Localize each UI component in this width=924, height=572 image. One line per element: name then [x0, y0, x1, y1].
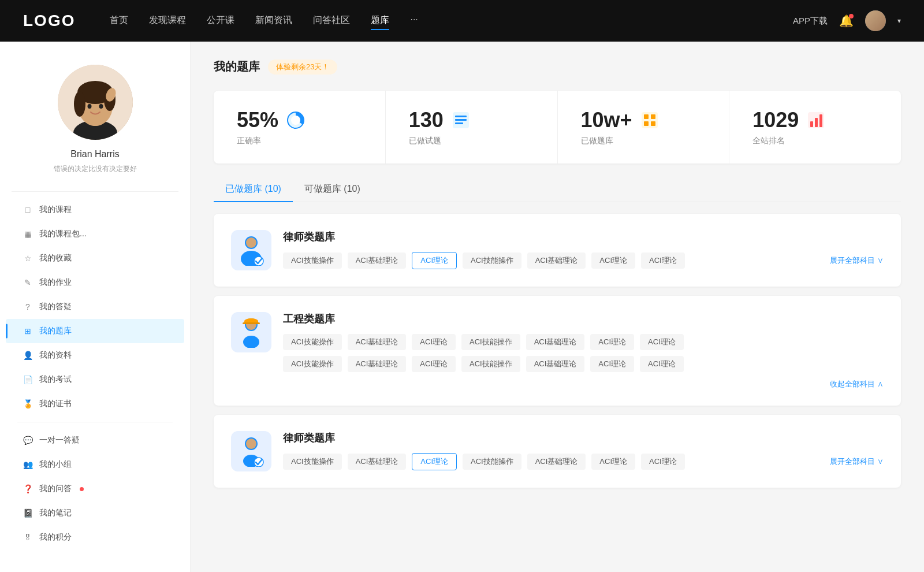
- sidebar-item-notes[interactable]: 📓 我的笔记: [6, 501, 184, 525]
- sidebar-item-homework[interactable]: ✎ 我的作业: [6, 270, 184, 295]
- sidebar-item-course[interactable]: □ 我的课程: [6, 198, 184, 222]
- tab-done-banks[interactable]: 已做题库 (10): [214, 177, 293, 202]
- bank-name-engineer: 工程类题库: [283, 312, 884, 326]
- nav-discover[interactable]: 发现课程: [149, 12, 186, 30]
- sidebar-item-course-package[interactable]: ▦ 我的课程包...: [6, 222, 184, 246]
- nav-qa[interactable]: 问答社区: [313, 12, 350, 30]
- bar-chart-rank-icon: [806, 110, 826, 131]
- sidebar-item-quiz-bank[interactable]: ⊞ 我的题库: [6, 319, 184, 343]
- sidebar-item-one-on-one-label: 一对一答疑: [39, 435, 80, 445]
- avatar[interactable]: [865, 10, 886, 31]
- group-icon: 👥: [23, 460, 32, 469]
- svg-point-37: [246, 439, 256, 449]
- sidebar-item-notes-label: 我的笔记: [39, 508, 72, 518]
- sidebar-item-exam[interactable]: 📄 我的考试: [6, 367, 184, 392]
- svg-rect-13: [455, 116, 467, 117]
- tag-eng2-theory-3[interactable]: ACI理论: [640, 356, 684, 372]
- tag-law2-skill-1[interactable]: ACI技能操作: [283, 454, 342, 470]
- stat-done-banks-value: 10w+: [581, 108, 632, 132]
- tag-law2-basic-1[interactable]: ACI基础理论: [348, 454, 407, 470]
- grid-icon: [639, 110, 660, 131]
- sidebar-item-profile[interactable]: 👤 我的资料: [6, 343, 184, 367]
- collapse-link-engineer[interactable]: 收起全部科目 ∧: [283, 379, 884, 389]
- tag-eng2-basic-1[interactable]: ACI基础理论: [348, 356, 407, 372]
- tag-eng-theory-3[interactable]: ACI理论: [640, 334, 684, 350]
- svg-rect-15: [455, 122, 463, 124]
- tag-aci-theory-3[interactable]: ACI理论: [641, 252, 685, 269]
- stat-accuracy-value-row: 55%: [237, 108, 362, 132]
- nav-home[interactable]: 首页: [110, 12, 128, 30]
- engineer-svg: [237, 317, 266, 348]
- sidebar-item-my-qa-label: 我的问答: [39, 484, 72, 494]
- sidebar-item-points[interactable]: 🎖 我的积分: [6, 525, 184, 549]
- expand-link-lawyer-2[interactable]: 展开全部科目 ∨: [830, 456, 884, 467]
- tag-aci-skill-2[interactable]: ACI技能操作: [463, 252, 521, 269]
- tag-eng2-skill-2[interactable]: ACI技能操作: [461, 356, 520, 372]
- lawyer-icon-2: [231, 431, 271, 471]
- svg-point-11: [291, 116, 300, 125]
- sidebar-item-points-label: 我的积分: [39, 532, 72, 543]
- tag-eng-skill-2[interactable]: ACI技能操作: [461, 334, 520, 350]
- question-icon: ❓: [23, 484, 32, 493]
- sidebar-item-certificate-label: 我的证书: [39, 399, 72, 409]
- tag-row-lawyer-2: ACI技能操作 ACI基础理论 ACI理论 ACI技能操作 ACI基础理论 AC…: [283, 453, 884, 470]
- sidebar-item-profile-label: 我的资料: [39, 350, 72, 361]
- sidebar-item-quiz-bank-label: 我的题库: [39, 326, 72, 336]
- sidebar-item-certificate[interactable]: 🏅 我的证书: [6, 392, 184, 416]
- tag-aci-skill-1[interactable]: ACI技能操作: [283, 252, 342, 269]
- sidebar-item-qa[interactable]: ? 我的答疑: [6, 295, 184, 319]
- tag-eng-skill-1[interactable]: ACI技能操作: [283, 334, 342, 350]
- svg-rect-34: [243, 322, 260, 324]
- svg-point-8: [99, 104, 103, 109]
- notification-bell[interactable]: 🔔: [839, 14, 854, 28]
- svg-point-35: [243, 336, 259, 348]
- sidebar-item-my-qa[interactable]: ❓ 我的问答: [6, 477, 184, 501]
- tag-law2-theory-active[interactable]: ACI理论: [412, 453, 457, 470]
- tag-eng-basic-1[interactable]: ACI基础理论: [348, 334, 407, 350]
- lawyer-svg-2: [237, 436, 266, 467]
- tag-aci-basic-1[interactable]: ACI基础理论: [348, 252, 407, 269]
- tag-eng2-basic-2[interactable]: ACI基础理论: [526, 356, 585, 372]
- svg-rect-23: [815, 118, 818, 127]
- tag-law2-skill-2[interactable]: ACI技能操作: [463, 454, 521, 470]
- sidebar-item-favorites[interactable]: ☆ 我的收藏: [6, 246, 184, 270]
- sidebar-item-one-on-one[interactable]: 💬 一对一答疑: [6, 428, 184, 452]
- stat-done-banks-label: 已做题库: [581, 136, 706, 146]
- tag-law2-theory-3[interactable]: ACI理论: [641, 454, 685, 470]
- bank-info-lawyer-2: 律师类题库 ACI技能操作 ACI基础理论 ACI理论 ACI技能操作 ACI基…: [283, 431, 884, 470]
- svg-rect-20: [651, 121, 655, 126]
- sidebar-item-group[interactable]: 👥 我的小组: [6, 452, 184, 477]
- expand-link-lawyer-1[interactable]: 展开全部科目 ∨: [830, 255, 884, 266]
- stat-done-questions-label: 已做试题: [409, 136, 534, 146]
- app-download-link[interactable]: APP下载: [793, 16, 828, 27]
- tag-row-engineer-2: ACI技能操作 ACI基础理论 ACI理论 ACI技能操作 ACI基础理论 AC…: [283, 356, 884, 372]
- tag-law2-theory-2[interactable]: ACI理论: [591, 454, 635, 470]
- tag-aci-basic-2[interactable]: ACI基础理论: [527, 252, 586, 269]
- svg-rect-18: [651, 114, 655, 119]
- tag-aci-theory-active-1[interactable]: ACI理论: [412, 252, 457, 269]
- stat-done-banks: 10w+ 已做题库: [558, 91, 730, 164]
- sidebar-item-qa-label: 我的答疑: [39, 302, 72, 312]
- nav-news[interactable]: 新闻资讯: [255, 12, 292, 30]
- page-header: 我的题库 体验剩余23天！: [214, 59, 901, 75]
- lawyer-svg: [237, 235, 266, 266]
- sidebar-menu: □ 我的课程 ▦ 我的课程包... ☆ 我的收藏 ✎ 我的作业 ? 我的答疑 ⊞…: [0, 198, 190, 549]
- sidebar-item-favorites-label: 我的收藏: [39, 253, 72, 263]
- tag-eng-theory-2[interactable]: ACI理论: [590, 334, 634, 350]
- nav-open-course[interactable]: 公开课: [207, 12, 234, 30]
- tag-eng2-skill-1[interactable]: ACI技能操作: [283, 356, 342, 372]
- tab-available-banks[interactable]: 可做题库 (10): [293, 177, 372, 202]
- pie-chart-icon: [285, 110, 306, 131]
- tag-eng-basic-2[interactable]: ACI基础理论: [526, 334, 585, 350]
- svg-rect-17: [644, 114, 649, 119]
- tag-aci-theory-2[interactable]: ACI理论: [591, 252, 635, 269]
- nav-more[interactable]: ···: [410, 12, 418, 30]
- svg-rect-24: [819, 114, 822, 127]
- tag-eng-theory-1[interactable]: ACI理论: [412, 334, 456, 350]
- trial-badge: 体验剩余23天！: [268, 60, 337, 75]
- avatar-dropdown-icon[interactable]: ▾: [897, 17, 901, 25]
- tag-law2-basic-2[interactable]: ACI基础理论: [527, 454, 586, 470]
- tag-eng2-theory-2[interactable]: ACI理论: [590, 356, 634, 372]
- tag-eng2-theory-1[interactable]: ACI理论: [412, 356, 456, 372]
- nav-quiz[interactable]: 题库: [371, 12, 389, 30]
